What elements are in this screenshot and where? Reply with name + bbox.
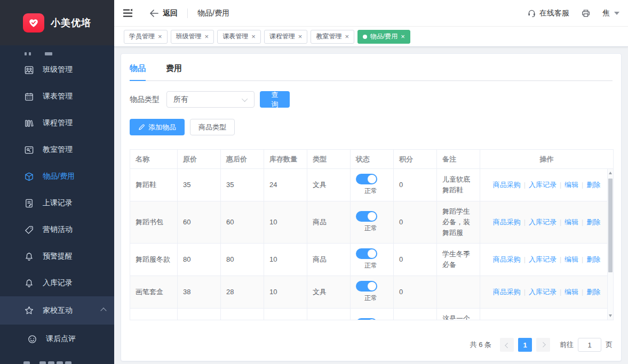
tag-item[interactable]: 班级管理× [171, 30, 214, 44]
add-item-button[interactable]: 添加物品 [130, 119, 185, 135]
chevron-up-icon [100, 308, 106, 313]
app-screen: 小美优培 班级管理课表管理课程管理教室管理物品/费用上课记录营销活动预警提醒入库… [0, 0, 628, 364]
col-header: 库存数量 [264, 150, 307, 168]
sidebar-item-alerts[interactable]: 预警提醒 [0, 243, 114, 270]
tag-close-icon[interactable]: × [401, 33, 405, 40]
cell-points: 0 [394, 244, 437, 276]
page-title: 物品/费用 [197, 9, 229, 18]
online-service-label: 在线客服 [539, 9, 569, 18]
clipped-menu-item-bottom [0, 361, 114, 364]
delete-link[interactable]: 删除 [586, 319, 600, 320]
col-header: 操作 [480, 150, 613, 168]
delete-link[interactable]: 删除 [586, 180, 600, 190]
cell-type: 文具 [307, 169, 351, 201]
cell-original-price [178, 309, 221, 320]
stockin-link[interactable]: 入库记录 [529, 319, 557, 320]
back-button[interactable]: 返回 [149, 9, 178, 18]
sidebar-item-stock-in-records[interactable]: 入库记录 [0, 270, 114, 296]
edit-link[interactable]: 编辑 [565, 254, 578, 265]
purchase-link[interactable]: 商品采购 [493, 319, 521, 320]
stockin-link[interactable]: 入库记录 [529, 254, 557, 265]
sidebar-item-family-school[interactable]: 家校互动 [0, 296, 114, 325]
select-value: 所有 [173, 95, 188, 104]
prev-page-button[interactable] [500, 338, 514, 352]
stockin-link[interactable]: 入库记录 [529, 287, 557, 297]
page-1-button[interactable]: 1 [518, 338, 532, 352]
status-toggle[interactable] [356, 318, 377, 320]
table-scrollbar[interactable] [607, 169, 613, 320]
goto-page-input[interactable] [578, 338, 601, 352]
tab-fees[interactable]: 费用 [166, 63, 182, 80]
edit-link[interactable]: 编辑 [565, 319, 578, 320]
user-menu[interactable]: 焦 [602, 9, 619, 18]
sidebar-item-after-class-review[interactable]: 课后点评 [0, 325, 114, 353]
purchase-link[interactable]: 商品采购 [493, 180, 521, 190]
edit-link[interactable]: 编辑 [565, 287, 578, 297]
box-icon [23, 171, 34, 182]
cell-actions: 商品采购|入库记录|编辑|删除 [480, 309, 613, 320]
tag-item[interactable]: 物品/费用× [357, 30, 410, 44]
cell-name: 舞蹈服冬款 [130, 244, 178, 276]
category-button[interactable]: 商品类型 [190, 119, 235, 135]
printer-icon[interactable] [581, 9, 591, 18]
sidebar-item-items-fees[interactable]: 物品/费用 [0, 163, 114, 190]
cell-name: 舞蹈书包 [130, 201, 178, 243]
caret-down-icon [614, 12, 619, 15]
tag-item[interactable]: 课程管理× [264, 30, 308, 44]
calendar-icon [23, 91, 34, 102]
tag-icon [23, 224, 34, 235]
sidebar-item-class-mgmt[interactable]: 班级管理 [0, 56, 114, 83]
purchase-link[interactable]: 商品采购 [493, 217, 521, 228]
query-button[interactable]: 查询 [260, 91, 290, 108]
delete-link[interactable]: 删除 [586, 217, 600, 228]
stockin-link[interactable]: 入库记录 [529, 217, 557, 228]
sidebar-item-marketing[interactable]: 营销活动 [0, 216, 114, 243]
tag-close-icon[interactable]: × [158, 33, 162, 40]
scroll-up-icon[interactable] [609, 172, 612, 174]
status-toggle[interactable] [356, 248, 377, 259]
edit-link[interactable]: 编辑 [565, 217, 578, 228]
sidebar-item-classroom-mgmt[interactable]: 教室管理 [0, 136, 114, 163]
tag-item[interactable]: 教室管理× [311, 30, 354, 44]
logo-heart-icon [23, 13, 44, 33]
status-toggle[interactable] [356, 211, 377, 222]
col-header: 惠后价 [221, 150, 264, 168]
sidebar-item-timetable-mgmt[interactable]: 课表管理 [0, 83, 114, 110]
online-service-button[interactable]: 在线客服 [527, 9, 569, 18]
col-header: 类型 [307, 150, 351, 168]
edit-link[interactable]: 编辑 [565, 180, 578, 190]
purchase-link[interactable]: 商品采购 [493, 254, 521, 265]
panel-card: 物品费用 物品类型 所有 查询 添加物品 [121, 53, 622, 361]
purchase-link[interactable]: 商品采购 [493, 287, 521, 297]
pencil-icon [138, 124, 145, 131]
tag-close-icon[interactable]: × [298, 33, 303, 40]
cell-original-price: 38 [178, 276, 221, 308]
total-count-label: 共 6 条 [470, 340, 491, 350]
stockin-link[interactable]: 入库记录 [529, 180, 557, 190]
back-arrow-icon [149, 10, 158, 17]
tab-items[interactable]: 物品 [130, 63, 146, 80]
navbar-divider [187, 9, 188, 18]
table-row: 舞蹈鞋353524文具正常0儿童软底舞蹈鞋商品采购|入库记录|编辑|删除 [130, 169, 613, 201]
cell-name: 画笔套盒 [130, 276, 178, 308]
scrollbar-thumb[interactable] [608, 179, 613, 272]
cell-points: 0 [394, 169, 437, 201]
sidebar-item-course-mgmt[interactable]: 课程管理 [0, 110, 114, 136]
delete-link[interactable]: 删除 [586, 254, 600, 265]
tag-close-icon[interactable]: × [251, 33, 256, 40]
next-page-button[interactable] [536, 338, 550, 352]
tag-close-icon[interactable]: × [205, 33, 209, 40]
sidebar-item-lesson-records[interactable]: 上课记录 [0, 190, 114, 216]
tag-close-icon[interactable]: × [345, 33, 349, 40]
delete-link[interactable]: 删除 [586, 287, 600, 297]
table-row: 舞蹈书包606010商品正常0舞蹈学生必备，装舞蹈服商品采购|入库记录|编辑|删… [130, 201, 613, 244]
status-toggle[interactable] [356, 281, 377, 292]
sidebar-fold-icon[interactable] [123, 8, 134, 19]
cell-original-price: 60 [178, 201, 221, 243]
cell-status: 正常 [351, 201, 394, 243]
tag-item[interactable]: 学员管理× [124, 30, 168, 44]
status-toggle[interactable] [356, 174, 377, 184]
tag-item[interactable]: 课表管理× [217, 30, 261, 44]
item-type-select[interactable]: 所有 [166, 91, 255, 108]
scroll-down-icon[interactable] [609, 314, 612, 317]
